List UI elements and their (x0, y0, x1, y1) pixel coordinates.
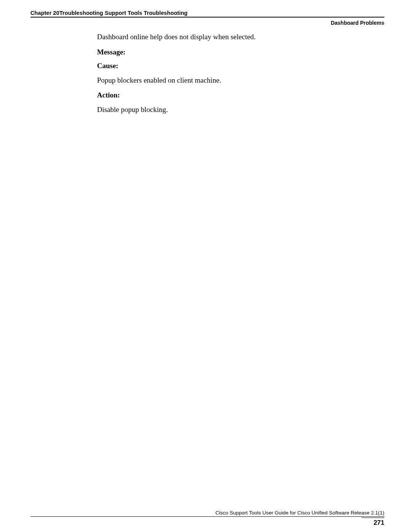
chapter-title: Chapter 20Troubleshooting Support Tools … (30, 10, 384, 16)
action-heading: Action: (97, 91, 384, 99)
page-footer: Cisco Support Tools User Guide for Cisco… (30, 510, 384, 517)
section-label: Dashboard Problems (30, 20, 384, 26)
page: Chapter 20Troubleshooting Support Tools … (0, 0, 411, 532)
cause-text: Popup blockers enabled on client machine… (97, 75, 384, 85)
footer-page-wrap: 271 (362, 518, 384, 527)
page-number: 271 (374, 519, 384, 527)
cause-heading: Cause: (97, 62, 384, 70)
footer-short-rule (362, 518, 384, 518)
footer-guide-title: Cisco Support Tools User Guide for Cisco… (30, 510, 384, 516)
action-text: Disable popup blocking. (97, 105, 384, 115)
message-heading: Message: (97, 48, 384, 56)
content-body: Dashboard online help does not display w… (97, 32, 384, 115)
footer-rule: 271 (30, 516, 384, 517)
page-header: Chapter 20Troubleshooting Support Tools … (30, 10, 384, 26)
header-rule (30, 17, 384, 18)
intro-text: Dashboard online help does not display w… (97, 32, 384, 42)
